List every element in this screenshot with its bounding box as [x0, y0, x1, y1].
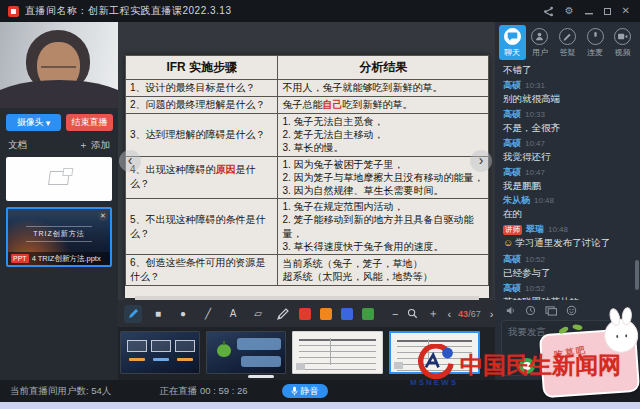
message-sender: 高硕 [503, 79, 521, 92]
message-time: 10:47 [525, 168, 545, 177]
left-sidebar: 摄像头▾ 结束直播 文档 ＋ 添加 TRIZ创新方法 PPT 4 TRIZ创新方… [0, 22, 118, 380]
slide-thumbnail[interactable] [206, 331, 286, 374]
brush-tool[interactable] [274, 305, 292, 323]
history-icon[interactable] [525, 305, 536, 316]
mute-button[interactable]: 静音 [282, 384, 328, 398]
tab-聊天[interactable]: 聊天 [499, 25, 526, 60]
ppt-badge: PPT [11, 254, 29, 263]
tab-连麦[interactable]: 连麦 [582, 25, 609, 60]
pen-tool[interactable] [124, 305, 142, 323]
step-cell: 1、设计的最终目标是什么？ [126, 80, 278, 97]
cell-text: 5、不出现这种障碍的条件是什么？ [130, 214, 266, 239]
color-blue[interactable] [341, 308, 353, 320]
line-tool[interactable]: ╱ [199, 305, 217, 323]
result-line: 兔子总能自己吃到新鲜的草。 [282, 98, 484, 111]
chat-message: 高硕10:47我觉得还行 [503, 138, 632, 163]
eraser-tool[interactable]: ▱ [249, 305, 267, 323]
thumb-graphic [299, 357, 376, 358]
result-line: 3. 因为自然规律、草生长需要时间。 [282, 184, 484, 197]
add-document-button[interactable]: ＋ 添加 [79, 139, 110, 152]
page-prev-button[interactable]: ‹ [447, 308, 451, 320]
color-red[interactable] [299, 308, 311, 320]
cell-text: 1. 因为兔子被困于笼子里， [282, 159, 403, 170]
window-controls: ⚙ ✕ [543, 6, 640, 17]
table-header-left: IFR 实施步骤 [126, 56, 278, 80]
highlighted-term: 原因 [216, 164, 236, 175]
minimize-button[interactable] [585, 7, 593, 15]
camera-button[interactable]: 摄像头▾ [6, 114, 61, 131]
tab-用户[interactable]: 用户 [527, 25, 554, 60]
chat-scrollbar[interactable] [635, 260, 639, 290]
zoom-in-button[interactable]: ＋ [427, 306, 438, 321]
cell-text: 吃到新鲜的草。 [342, 99, 412, 110]
page-next-button[interactable]: › [490, 308, 494, 320]
tab-label: 视频 [615, 47, 631, 58]
text-tool[interactable]: A [224, 305, 242, 323]
result-line: 当前系统（兔子，笼子，草地） [282, 257, 484, 270]
video-icon [614, 28, 631, 45]
cell-text: 3. 因为自然规律、草生长需要时间。 [282, 185, 443, 196]
next-slide-button[interactable]: › [470, 150, 492, 172]
tab-视频[interactable]: 视频 [609, 25, 636, 60]
chat-message-list: 不错了高硕10:31别的就很高端高硕10:33不是，全很齐高硕10:47我觉得还… [495, 62, 640, 300]
annotation-toolbar: ■●╱A▱ − ＋ ‹ 43/67 › [118, 300, 495, 327]
message-time: 10:31 [525, 81, 545, 90]
page-indicator: 43/67 [458, 309, 481, 319]
highlighted-term: 自己 [322, 99, 342, 110]
close-button[interactable]: ✕ [622, 6, 630, 16]
gear-icon[interactable]: ⚙ [565, 6, 574, 16]
ppt-thumb-title: TRIZ创新方法 [26, 226, 92, 242]
prev-slide-button[interactable]: ‹ [119, 150, 141, 172]
webcam-video [0, 22, 118, 108]
cell-text: 不用人，兔子就能够吃到新鲜的草。 [282, 82, 442, 93]
table-row: 6、创造这些条件可用的资源是什么？当前系统（兔子，笼子，草地）超系统（太阳光，风… [126, 254, 489, 285]
thumb-graphic [177, 358, 193, 361]
cell-text: 1. 兔子在规定范围内活动， [282, 201, 403, 212]
result-line: 超系统（太阳光，风能，地势等） [282, 270, 484, 283]
ppt-thumbnail[interactable]: TRIZ创新方法 PPT 4 TRIZ创新方法.pptx ✕ [6, 207, 112, 267]
message-time: 10:48 [534, 196, 554, 205]
table-row: 4、出现这种障碍的原因是什么？1. 因为兔子被困于笼子里，2. 因为笼子与草地摩… [126, 156, 489, 199]
result-line: 3. 草长的慢。 [282, 141, 484, 154]
restore-button[interactable] [604, 8, 611, 15]
message-sender: 翠瑞 [526, 223, 544, 236]
message-text: 在的 [503, 208, 632, 220]
whiteboard-sketch [48, 171, 70, 185]
share-icon[interactable] [543, 6, 554, 17]
emoji-icon[interactable] [566, 305, 577, 316]
message-text: 我是鹏鹏 [503, 180, 632, 192]
slide-thumbnail[interactable] [120, 331, 200, 374]
live-room-icon [8, 6, 19, 17]
result-line: 1. 因为兔子被困于笼子里， [282, 158, 484, 171]
ellipse-tool[interactable]: ● [174, 305, 192, 323]
filmstrip-scrollbar[interactable] [248, 375, 274, 378]
step-cell: 2、问题的最终理想解是什么？ [126, 97, 278, 114]
chat-message: 高硕10:52英雄联盟种草丛的 [503, 283, 632, 300]
chat-message: 不错了 [503, 64, 632, 76]
rect-tool[interactable]: ■ [149, 305, 167, 323]
close-icon[interactable]: ✕ [98, 211, 108, 221]
step-cell: 4、出现这种障碍的原因是什么？ [126, 156, 278, 199]
live-duration: 正在直播 00 : 59 : 26 [159, 385, 247, 398]
chat-message: 高硕10:52已经参与了 [503, 254, 632, 279]
cell-text: 超系统（太阳光，风能，地势等） [282, 271, 432, 282]
slide-thumbnail[interactable] [292, 331, 383, 374]
table-row: 1、设计的最终目标是什么？不用人，兔子就能够吃到新鲜的草。 [126, 80, 489, 97]
table-row: 5、不出现这种障碍的条件是什么？1. 兔子在规定范围内活动，2. 笼子能移动到新… [126, 199, 489, 255]
tab-答疑[interactable]: 答疑 [554, 25, 581, 60]
zoom-out-button[interactable]: − [392, 308, 398, 320]
thumb-graphic [330, 338, 331, 365]
whiteboard-thumbnail[interactable] [6, 157, 112, 201]
sidebar-tabs: 聊天用户答疑连麦视频 [495, 22, 640, 60]
message-header: 高硕10:52 [503, 283, 632, 294]
color-orange[interactable] [320, 308, 332, 320]
magnifier-icon[interactable] [407, 308, 418, 319]
result-cell: 兔子总能自己吃到新鲜的草。 [278, 97, 489, 114]
lecturer-badge: 讲师 [503, 225, 522, 235]
message-text: 我觉得还行 [503, 151, 632, 163]
thumb-page-number [394, 362, 403, 369]
image-icon[interactable] [545, 305, 557, 316]
end-stream-button[interactable]: 结束直播 [66, 114, 113, 131]
voice-icon[interactable] [505, 305, 516, 316]
color-green[interactable] [362, 308, 374, 320]
